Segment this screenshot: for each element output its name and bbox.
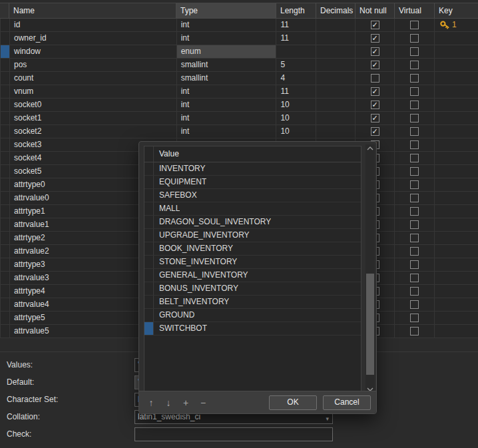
value-row-gutter[interactable]: [144, 229, 154, 242]
table-row[interactable]: owner_idint11✓: [0, 32, 478, 45]
field-name-cell[interactable]: pos: [10, 59, 177, 71]
row-gutter[interactable]: [1, 245, 10, 258]
field-length-cell[interactable]: 4: [276, 72, 316, 85]
value-row-gutter[interactable]: [144, 269, 154, 282]
column-header-type[interactable]: Type: [176, 3, 276, 18]
virtual-checkbox[interactable]: [410, 287, 419, 296]
value-row-gutter[interactable]: [144, 162, 154, 175]
scrollbar-thumb[interactable]: [366, 274, 374, 375]
check-input[interactable]: [134, 427, 333, 441]
field-name-cell[interactable]: socket2: [10, 125, 177, 138]
cancel-button[interactable]: Cancel: [323, 395, 371, 410]
not-null-checkbox[interactable]: ✓: [371, 114, 379, 122]
row-gutter[interactable]: [1, 178, 10, 191]
virtual-checkbox[interactable]: [410, 220, 419, 229]
values-column-header[interactable]: Value: [154, 146, 179, 162]
column-header-not-null[interactable]: Not null: [356, 3, 395, 18]
value-row-gutter[interactable]: [144, 176, 154, 188]
row-gutter[interactable]: [1, 218, 10, 231]
virtual-checkbox[interactable]: [410, 180, 419, 189]
field-type-cell[interactable]: int: [177, 99, 277, 111]
column-header-key[interactable]: Key: [435, 3, 478, 18]
field-type-cell[interactable]: enum: [177, 45, 277, 58]
not-null-checkbox[interactable]: ✓: [371, 34, 379, 43]
value-row-gutter[interactable]: [144, 216, 154, 228]
value-row-gutter[interactable]: [144, 282, 154, 295]
virtual-checkbox[interactable]: [410, 127, 419, 136]
remove-icon[interactable]: −: [198, 397, 208, 408]
value-row[interactable]: BOOK_INVENTORY: [144, 242, 361, 256]
scroll-up-icon[interactable]: [365, 144, 375, 152]
value-row-gutter[interactable]: [144, 242, 154, 255]
value-row[interactable]: BONUS_INVENTORY: [144, 282, 361, 296]
value-row[interactable]: SWITCHBOT: [144, 322, 361, 336]
row-gutter[interactable]: [1, 258, 10, 271]
row-gutter[interactable]: [1, 125, 10, 138]
field-name-cell[interactable]: vnum: [10, 85, 177, 98]
row-gutter[interactable]: [1, 298, 10, 311]
row-gutter[interactable]: [1, 165, 10, 178]
row-gutter[interactable]: [1, 325, 10, 337]
value-row[interactable]: STONE_INVENTORY: [144, 256, 361, 269]
table-row[interactable]: windowenum✓: [0, 45, 478, 59]
field-name-cell[interactable]: socket1: [10, 112, 177, 124]
column-header-virtual[interactable]: Virtual: [395, 3, 435, 18]
row-gutter[interactable]: [1, 312, 10, 324]
virtual-checkbox[interactable]: [410, 101, 419, 109]
field-decimals-cell[interactable]: [316, 99, 356, 111]
table-row[interactable]: vnumint11✓: [0, 85, 478, 99]
not-null-checkbox[interactable]: ✓: [371, 87, 379, 96]
add-icon[interactable]: +: [180, 397, 191, 408]
ok-button[interactable]: OK: [269, 395, 317, 410]
virtual-checkbox[interactable]: [410, 74, 419, 83]
not-null-checkbox[interactable]: ✓: [371, 61, 379, 69]
row-gutter[interactable]: [1, 99, 10, 111]
virtual-checkbox[interactable]: [410, 234, 419, 242]
value-row[interactable]: EQUIPMENT: [144, 176, 361, 189]
table-row[interactable]: idint11✓1: [0, 19, 478, 32]
row-gutter[interactable]: [1, 192, 10, 204]
popup-scrollbar[interactable]: [365, 144, 375, 393]
field-name-cell[interactable]: count: [10, 72, 177, 85]
virtual-checkbox[interactable]: [410, 260, 419, 269]
row-gutter[interactable]: [1, 72, 10, 85]
value-row-gutter[interactable]: [144, 296, 154, 308]
value-row[interactable]: MALL: [144, 202, 361, 216]
not-null-checkbox[interactable]: ✓: [371, 47, 379, 56]
virtual-checkbox[interactable]: [410, 61, 419, 69]
virtual-checkbox[interactable]: [410, 247, 419, 256]
field-length-cell[interactable]: 10: [276, 99, 316, 111]
virtual-checkbox[interactable]: [410, 194, 419, 202]
value-row-gutter[interactable]: [144, 309, 154, 322]
move-down-icon[interactable]: ↓: [163, 397, 174, 408]
row-gutter[interactable]: [1, 152, 10, 164]
field-type-cell[interactable]: smallint: [177, 72, 277, 85]
virtual-checkbox[interactable]: [410, 154, 419, 162]
column-header-name[interactable]: Name: [9, 3, 176, 18]
value-row-gutter[interactable]: [144, 256, 154, 268]
field-decimals-cell[interactable]: [316, 59, 356, 71]
move-up-icon[interactable]: ↑: [146, 397, 156, 408]
value-row[interactable]: UPGRADE_INVENTORY: [144, 229, 361, 242]
field-type-cell[interactable]: int: [177, 85, 277, 98]
field-decimals-cell[interactable]: [316, 85, 356, 98]
virtual-checkbox[interactable]: [410, 47, 419, 56]
field-decimals-cell[interactable]: [316, 32, 356, 45]
value-row[interactable]: GENERAL_INVENTORY: [144, 269, 361, 282]
table-row[interactable]: socket2int10✓: [0, 125, 478, 138]
value-row-gutter[interactable]: [144, 202, 154, 215]
table-row[interactable]: possmallint5✓: [0, 59, 478, 72]
field-name-cell[interactable]: socket0: [10, 99, 177, 111]
field-length-cell[interactable]: [276, 45, 316, 58]
not-null-checkbox[interactable]: ✓: [371, 127, 379, 136]
collation-dropdown-icon[interactable]: ▾: [326, 413, 329, 424]
value-row[interactable]: DRAGON_SOUL_INVENTORY: [144, 216, 361, 229]
virtual-checkbox[interactable]: [410, 314, 419, 322]
selected-value-indicator[interactable]: [144, 322, 154, 335]
table-row[interactable]: countsmallint4: [0, 72, 478, 85]
value-row-gutter[interactable]: [144, 189, 154, 202]
virtual-checkbox[interactable]: [410, 34, 419, 43]
virtual-checkbox[interactable]: [410, 274, 419, 282]
field-name-cell[interactable]: owner_id: [10, 32, 177, 45]
row-gutter[interactable]: [1, 138, 10, 151]
